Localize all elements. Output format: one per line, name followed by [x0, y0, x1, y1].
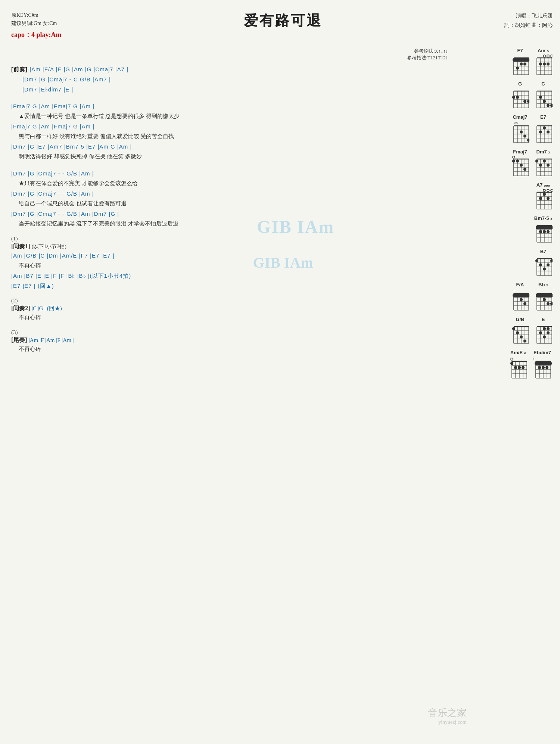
svg-point-57 — [550, 104, 553, 107]
svg-point-69 — [520, 130, 523, 133]
chord-ebdim7: Ebdim7 6 — [532, 350, 553, 379]
verse1-chord2: |Fmaj7 G |Am |Fmaj7 G |Am | — [11, 121, 463, 131]
svg-point-199 — [520, 335, 523, 338]
chord-dm7: Dm7 x — [534, 149, 553, 177]
verse1-section: |Fmaj7 G |Am |Fmaj7 G |Am | ▲爱情是一种记号 也是一… — [11, 101, 463, 162]
svg-point-184 — [543, 298, 546, 301]
score-area: 参考刷法:X↑↓↑↓ 参考指法:T121T121 [前奏] |Am |F/A |… — [11, 48, 463, 382]
chord-fa-grid: xo — [511, 288, 529, 311]
svg-point-28 — [543, 62, 546, 65]
chord-cmaj7-grid: ooo — [511, 121, 529, 144]
chord-e: E — [534, 317, 553, 345]
svg-point-29 — [547, 62, 550, 65]
chorus-lyric3: 当开始接受记忆里的黑 流下了不完美的眼泪 才学会不怕后退后退 — [11, 219, 463, 229]
svg-point-141 — [539, 230, 542, 233]
interlude2-lyric1: 不再心碎 — [11, 312, 463, 323]
interlude2-label-text: [间奏2] — [11, 305, 30, 311]
chord-c-grid — [534, 87, 553, 109]
chorus-section: |Dm7 |G |Cmaj7 - - G/B |Am | ★只有在体会爱的不完美… — [11, 168, 463, 229]
chord-g-grid — [511, 87, 529, 109]
svg-point-56 — [547, 104, 550, 107]
svg-point-229 — [518, 366, 521, 369]
chord-cmaj7: Cmaj7 ooo — [511, 114, 529, 144]
svg-point-71 — [527, 138, 529, 141]
interlude2-section: (2) [间奏2] |C |G | (回★) 不再心碎 — [11, 298, 463, 323]
chorus-chord1: |Dm7 |G |Cmaj7 - - G/B |Am | — [11, 168, 463, 178]
chord-bb-grid — [534, 288, 553, 311]
song-title: 爱有路可退 — [62, 11, 504, 30]
chord-b7: B7 — [534, 249, 553, 277]
svg-point-200 — [523, 339, 526, 342]
svg-point-111 — [539, 164, 542, 166]
interlude1-label-text: [间奏1] — [11, 243, 30, 249]
svg-point-213 — [539, 331, 542, 334]
prelude-line2: |Dm7 |G |Cmaj7 - C G/B |Am7 | — [11, 74, 463, 84]
interlude1-label: [间奏1] (以下1小节3拍) — [11, 243, 463, 250]
chord-diagrams: F7 — [467, 48, 553, 382]
svg-point-42 — [523, 100, 526, 103]
interlude1-note: (以下1小节3拍) — [32, 244, 66, 249]
svg-rect-10 — [513, 58, 529, 62]
svg-point-54 — [539, 96, 542, 99]
svg-point-12 — [523, 62, 526, 65]
svg-point-212 — [547, 327, 550, 330]
diagram-row-6: Bm7-5 x — [467, 215, 553, 243]
svg-point-96 — [512, 159, 515, 162]
svg-point-113 — [547, 164, 550, 166]
outro-section: (3) [尾奏] |Am |F |Am |F |Am | 不再心碎 — [11, 329, 463, 354]
chord-am: Am o — [534, 48, 553, 76]
chorus-lyric1: ★只有在体会爱的不完美 才能够学会爱该怎么给 — [11, 178, 463, 189]
chord-bm75: Bm7-5 x — [534, 215, 553, 243]
svg-point-126 — [551, 189, 553, 192]
svg-point-156 — [539, 263, 542, 266]
svg-point-112 — [543, 159, 546, 162]
svg-point-244 — [542, 366, 545, 369]
chord-f7: F7 — [511, 48, 529, 76]
svg-rect-140 — [536, 226, 553, 229]
svg-point-227 — [510, 362, 513, 365]
interlude1-chord2: |Am |B7 |E |E |F |F |B♭ |B♭ |(以下1小节4拍) — [11, 271, 463, 281]
svg-point-142 — [543, 230, 546, 233]
diagram-row-2: G — [467, 81, 553, 109]
chord-f7-grid — [511, 54, 529, 76]
diagram-row-9: G/B — [467, 317, 553, 345]
outro-label: [尾奏] |Am |F |Am |F |Am | — [11, 336, 463, 344]
svg-point-243 — [538, 366, 541, 369]
prelude-line1: [前奏] |Am |F/A |E |G |Am |G |Cmaj7 |A7 | — [11, 64, 463, 74]
strum-pattern: 参考刷法:X↑↓↑↓ — [11, 48, 448, 55]
chord-e7-grid — [534, 121, 553, 144]
verse1-lyric1: ▲爱情是一种记号 也是一条单行道 总是想要的很多 得到的嫌太少 — [11, 111, 463, 121]
chord-ame: Am/E o — [509, 350, 528, 379]
chord-gb: G/B — [511, 317, 529, 345]
diagram-row-5: A7 ooo — [467, 182, 553, 210]
verse1-chord3: |Dm7 |G |E7 |Am7 |Bm7-5 |E7 |Am G |Am | — [11, 141, 463, 152]
chord-fmaj7-grid — [511, 155, 529, 177]
verse1-chord1: |Fmaj7 G |Am |Fmaj7 G |Am | — [11, 101, 463, 111]
svg-point-186 — [550, 302, 553, 305]
fingering-pattern: 参考指法:T121T121 — [11, 55, 448, 61]
svg-point-158 — [543, 267, 546, 270]
svg-point-185 — [547, 302, 550, 305]
svg-point-127 — [539, 197, 542, 200]
svg-point-83 — [539, 130, 542, 133]
svg-rect-242 — [535, 362, 552, 365]
interlude2-label: [间奏2] |C |G | (回★) — [11, 305, 463, 312]
outro-lyric1: 不再心碎 — [11, 344, 463, 354]
chord-bm75-grid — [534, 222, 553, 243]
svg-point-11 — [520, 62, 523, 65]
interlude1-lyric1: 不再心碎 — [11, 261, 463, 271]
chord-e7: E7 — [534, 114, 553, 144]
interlude1-section: (1) [间奏1] (以下1小节3拍) |Am |G/B |C |Dm |Am/… — [11, 236, 463, 291]
svg-point-228 — [514, 366, 517, 369]
verse1-lyric3: 明明活得很好 却感觉快死掉 你在哭 他在笑 多微妙 — [11, 152, 463, 162]
suggestion: 建议男调:Gm 女:Cm — [11, 19, 62, 28]
chord-e-grid — [534, 323, 553, 345]
diagram-row-4: Fmaj7 — [467, 149, 553, 177]
chord-dm7-grid — [534, 155, 553, 177]
diagram-row-7: B7 — [467, 249, 553, 277]
svg-point-155 — [550, 259, 553, 262]
chord-fmaj7: Fmaj7 — [511, 149, 529, 177]
svg-point-143 — [547, 230, 550, 233]
site-name-logo: 音乐之家 — [428, 706, 467, 719]
chord-ame-grid — [509, 356, 528, 379]
